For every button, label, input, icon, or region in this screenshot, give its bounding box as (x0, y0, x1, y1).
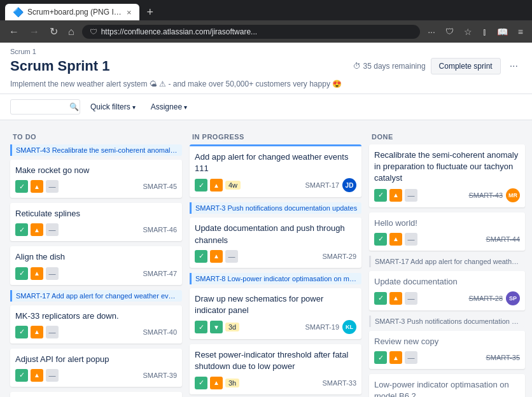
card-title: MK-33 replicators are down. (15, 310, 177, 322)
card-footer: ✓ ▲ — SMART-46 (15, 223, 177, 236)
card-title: Align the dish (15, 251, 177, 263)
card-footer: ✓ ▲ — SMART-39 (15, 369, 177, 382)
table-row[interactable]: Align the dish ✓ ▲ — SMART-47 (10, 246, 182, 284)
card-title: Low-power indicator optimasation on mode… (374, 379, 520, 397)
address-bar[interactable]: 🛡 https://confluence.atlassian.com/jiras… (82, 25, 420, 39)
flag-icon: — (225, 250, 238, 263)
tab-close-icon[interactable]: × (127, 8, 132, 17)
avatar: KL (342, 320, 356, 334)
board: TO DO SMART-43 Recalibrate the semi-cohe… (0, 120, 532, 397)
card-title: Reset power-indicator threshold after fa… (195, 349, 356, 372)
story-icon: ✓ (195, 377, 207, 389)
card-title: Hello world! (374, 218, 520, 229)
table-row[interactable]: Hello world! ✓ ▲ — SMART-44 (369, 212, 525, 251)
bookmark-button[interactable]: ☆ (461, 25, 475, 38)
table-row[interactable]: Adjust API for alert popup ✓ ▲ — SMART-3… (10, 349, 182, 387)
assignee-chevron: ▾ (184, 104, 187, 111)
table-row[interactable]: Update documentation and push through ch… (190, 218, 361, 267)
card-title: Reticulate splines (15, 208, 177, 219)
reader-view-button[interactable]: 📖 (494, 25, 510, 38)
card-id: SMART-17 (305, 181, 339, 189)
table-row[interactable]: Reticulate splines ✓ ▲ — SMART-46 (10, 203, 182, 241)
breadcrumb[interactable]: Scrum 1 (10, 48, 522, 55)
card-id-strikethrough: SMART-43 (468, 192, 503, 199)
priority-icon: ▲ (210, 179, 223, 192)
card-title: Update documentation (374, 276, 520, 288)
browser-toolbar: ← → ↻ ⌂ 🛡 https://confluence.atlassian.c… (0, 20, 532, 43)
card-actions: ✓ ▼ 3d (195, 321, 239, 333)
story-icon: ✓ (195, 179, 207, 192)
table-row[interactable]: Recalibrate the semi-coherent anomaly in… (369, 144, 525, 207)
todo-column-header: TO DO (10, 128, 182, 144)
card-footer: ✓ ▲ 3h SMART-33 (195, 377, 356, 389)
card-actions: ✓ ▲ — (15, 369, 59, 382)
card-id: SMART-33 (322, 379, 356, 387)
forward-button[interactable]: → (27, 25, 42, 39)
inprogress-column: IN PROGRESS Add app alert for changed we… (190, 128, 361, 397)
page-content: Scrum 1 Scrum Sprint 1 ⏱ 35 days remaini… (0, 43, 532, 397)
avatar: JD (342, 178, 356, 192)
avatar: SP (506, 291, 520, 305)
inprogress-group2-label: SMART-3 Push notifications documentation… (190, 202, 361, 214)
card-title: Draw up new schematics for power indicat… (195, 293, 356, 316)
table-row[interactable]: Review new copy ✓ ▲ — SMART-35 (369, 331, 525, 369)
quick-filters-button[interactable]: Quick filters ▾ (85, 100, 141, 114)
table-row[interactable]: Reset power-indicator threshold after fa… (190, 344, 361, 394)
priority-icon: ▲ (389, 292, 402, 305)
card-footer: ✓ ▲ — SMART-47 (15, 267, 177, 280)
flag-icon: — (405, 351, 417, 364)
table-row[interactable]: Draw up new schematics for power indicat… (190, 288, 361, 339)
more-tools-button[interactable]: ··· (425, 25, 438, 38)
table-row[interactable]: Add app alert for changed weather events… (190, 144, 361, 197)
priority-icon: ▲ (389, 351, 402, 364)
card-actions: ✓ ▲ 3h (195, 377, 239, 389)
quick-filters-label: Quick filters (90, 102, 130, 111)
card-footer: ✓ ▲ 4w SMART-17 JD (195, 178, 356, 192)
browser-tab[interactable]: 🔷 Scrum+board.png (PNG Image... × (5, 4, 139, 20)
menu-button[interactable]: ≡ (515, 25, 526, 38)
bookmarks-panel-button[interactable]: ⫿ (480, 25, 489, 38)
new-tab-button[interactable]: + (143, 4, 158, 20)
table-row[interactable]: Update documentation ✓ ▲ — SMART-28 SP (369, 271, 525, 310)
complete-sprint-button[interactable]: Complete sprint (431, 58, 501, 74)
card-id: SMART-45 (143, 183, 177, 190)
page-header: Scrum Sprint 1 ⏱ 35 days remaining Compl… (10, 58, 522, 80)
priority-icon: ▲ (31, 180, 43, 193)
table-row[interactable]: MK-33 replicators are down. ✓ ▲ — SMART-… (10, 305, 182, 344)
filter-bar: 🔍 Quick filters ▾ Assignee ▾ (0, 94, 532, 120)
priority-icon: ▲ (210, 250, 223, 263)
card-footer: ✓ ▲ — SMART-45 (15, 180, 177, 193)
flag-icon: — (46, 180, 59, 193)
priority-icon: ▲ (31, 369, 43, 382)
back-button[interactable]: ← (6, 25, 22, 39)
flag-icon: — (405, 189, 417, 202)
card-footer: ✓ ▼ 3d SMART-19 KL (195, 320, 356, 334)
card-footer: ✓ ▲ — SMART-40 (15, 326, 177, 338)
card-title: Add app alert for changed weather events… (195, 151, 356, 174)
story-icon: ✓ (15, 369, 28, 382)
card-title: Recalibrate the semi-coherent anomaly in… (374, 150, 520, 185)
card-id-strikethrough: SMART-28 (468, 295, 503, 302)
card-title: Adjust API for alert popup (15, 354, 177, 365)
pocket-button[interactable]: 🛡 (443, 25, 456, 38)
table-row[interactable]: Update notifications settings with weath… (10, 392, 182, 397)
story-icon: ✓ (15, 223, 28, 236)
more-options-button[interactable]: ··· (506, 59, 522, 74)
refresh-button[interactable]: ↻ (47, 24, 60, 39)
card-actions: ✓ ▲ — (15, 223, 59, 236)
search-box[interactable]: 🔍 (10, 99, 80, 115)
card-id: SMART-29 (322, 253, 356, 260)
story-icon: ✓ (374, 292, 387, 305)
inprogress-column-header: IN PROGRESS (190, 128, 361, 144)
top-nav: Scrum 1 Scrum Sprint 1 ⏱ 35 days remaini… (0, 43, 532, 94)
card-title: Review new copy (374, 336, 520, 347)
home-button[interactable]: ⌂ (66, 25, 77, 39)
story-icon: ✓ (15, 326, 28, 338)
card-id-strikethrough: SMART-35 (486, 354, 520, 361)
card-footer: ✓ ▲ — SMART-43 MR (374, 188, 520, 202)
assignee-button[interactable]: Assignee ▾ (146, 100, 192, 114)
table-row[interactable]: Low-power indicator optimasation on mode… (369, 374, 525, 397)
search-input[interactable] (16, 102, 67, 111)
browser-chrome: 🔷 Scrum+board.png (PNG Image... × + (0, 0, 532, 20)
table-row[interactable]: Make rocket go now ✓ ▲ — SMART-45 (10, 160, 182, 198)
